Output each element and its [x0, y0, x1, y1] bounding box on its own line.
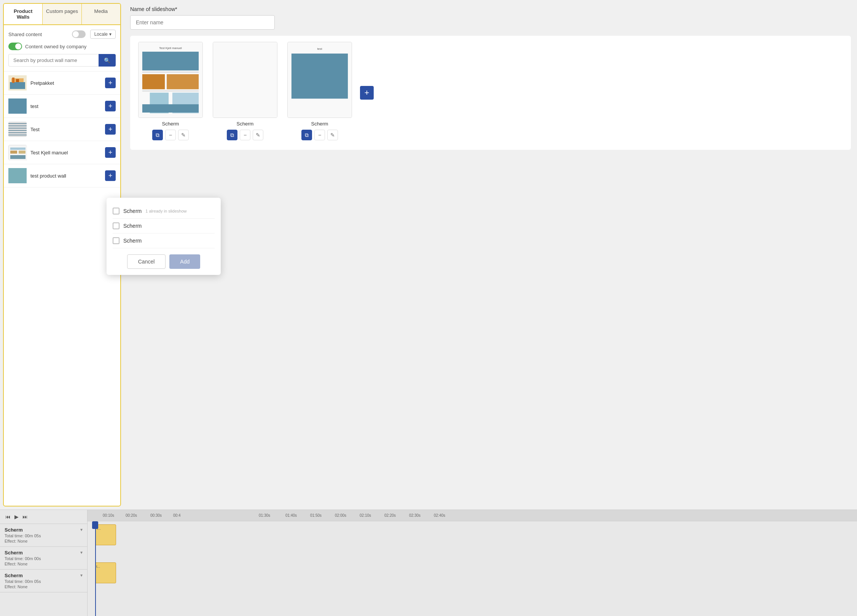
timeline-playhead[interactable] [95, 521, 96, 616]
edit-slide-button[interactable]: ✎ [178, 130, 189, 140]
company-toggle[interactable] [8, 43, 22, 50]
product-name: Pretpakket [30, 80, 101, 86]
list-item: test product wall + [4, 164, 120, 187]
popup-checkbox[interactable] [113, 237, 119, 244]
copy-slide-button[interactable]: ⧉ [301, 130, 312, 140]
shared-content-toggle[interactable] [72, 30, 86, 38]
svg-rect-15 [19, 151, 25, 154]
slide-card: Test Kjell manuel Scherm [136, 42, 205, 140]
track-effect: Effect: None [5, 584, 41, 589]
svg-text:test: test [317, 47, 323, 51]
left-panel: Product Walls Custom pages Media Shared … [3, 3, 121, 506]
search-input[interactable] [8, 54, 99, 67]
ruler-tick: 00:20s [126, 513, 137, 518]
track-total-time: Total time: 00m 05s [5, 533, 41, 538]
svg-rect-4 [16, 79, 19, 82]
slide-actions: ⧉ − ✎ [301, 130, 338, 140]
svg-rect-21 [142, 71, 199, 73]
track-effect: Effect: None [5, 562, 41, 566]
timeline-canvas: T... t... [88, 521, 857, 616]
track-effect: Effect: None [5, 539, 41, 543]
timeline-block[interactable]: t... [95, 562, 116, 583]
popup-item: Scherm 1 already in slideshow [113, 204, 215, 219]
remove-slide-button[interactable]: − [314, 130, 325, 140]
company-row: Content owned by company [8, 43, 116, 50]
next-button[interactable]: ⏭ [22, 513, 29, 521]
add-button[interactable]: Add [169, 254, 200, 269]
add-product-button[interactable]: + [105, 170, 116, 181]
popup-checkbox[interactable] [113, 208, 119, 214]
product-list: Pretpakket + test + [4, 71, 120, 187]
tab-custom-pages[interactable]: Custom pages [43, 4, 81, 24]
product-thumbnail [8, 122, 27, 137]
tab-product-walls[interactable]: Product Walls [4, 4, 43, 24]
list-item: test + [4, 95, 120, 118]
slideshow-name-label: Name of slideshow* [130, 6, 851, 12]
product-name: Test Kjell manuel [30, 150, 101, 156]
add-product-button[interactable]: + [105, 147, 116, 158]
product-thumbnail [8, 168, 27, 183]
slides-area: Test Kjell manuel Scherm [130, 36, 851, 150]
popup-checkbox[interactable] [113, 222, 119, 229]
search-icon: 🔍 [104, 57, 110, 64]
slideshow-name-input[interactable] [130, 15, 275, 30]
prev-button[interactable]: ⏮ [5, 513, 11, 521]
svg-rect-5 [8, 98, 27, 114]
add-slide-button[interactable]: + [360, 86, 374, 100]
add-product-button[interactable]: + [105, 124, 116, 135]
track-info: Scherm Total time: 00m 00s Effect: None [5, 550, 41, 566]
slide2-preview-svg [213, 42, 277, 117]
cancel-button[interactable]: Cancel [127, 254, 166, 269]
ruler-tick: 02:30s [409, 513, 421, 518]
copy-slide-button[interactable]: ⧉ [152, 130, 163, 140]
slide-preview: test [287, 42, 352, 118]
chevron-down-icon: ▾ [80, 573, 83, 578]
slide-card: test Scherm ⧉ − ✎ [285, 42, 354, 140]
add-product-button[interactable]: + [105, 101, 116, 111]
popup-actions: Cancel Add [113, 254, 215, 269]
svg-rect-17 [8, 168, 27, 183]
svg-rect-28 [213, 42, 277, 117]
timeline-block[interactable]: T... [95, 524, 116, 545]
shared-content-row: Shared content Locale ▾ [8, 30, 116, 39]
tab-media[interactable]: Media [82, 4, 120, 24]
slide-label: Scherm [162, 121, 179, 127]
left-panel-content: Shared content Locale ▾ Content owned by… [4, 25, 120, 71]
popup-item-label: Scherm [123, 238, 142, 244]
product-thumbnail [8, 75, 27, 90]
slide-card: Scherm ⧉ − ✎ [211, 42, 279, 140]
locale-button[interactable]: Locale ▾ [90, 30, 116, 39]
play-button[interactable]: ▶ [14, 513, 19, 521]
product-thumbnail [8, 98, 27, 114]
playhead-handle[interactable] [92, 521, 98, 529]
block-label: t... [96, 564, 101, 569]
product-name: Test [30, 127, 101, 132]
svg-rect-6 [8, 123, 27, 124]
popup-item-label: Scherm [123, 208, 142, 214]
chevron-down-icon: ▾ [80, 550, 83, 555]
ruler-tick: 01:50s [310, 513, 322, 518]
copy-slide-button[interactable]: ⧉ [227, 130, 237, 140]
remove-slide-button[interactable]: − [240, 130, 250, 140]
edit-slide-button[interactable]: ✎ [327, 130, 338, 140]
ruler-tick: 00:30s [150, 513, 162, 518]
svg-rect-20 [142, 52, 199, 70]
shared-content-label: Shared content [8, 32, 42, 37]
svg-rect-9 [8, 130, 27, 131]
svg-rect-1 [10, 82, 25, 89]
track-name: Scherm [5, 550, 41, 556]
popup-item-badge: 1 already in slideshow [145, 209, 186, 213]
remove-slide-button[interactable]: − [165, 130, 176, 140]
ruler-tick: 02:20s [384, 513, 396, 518]
product-thumbnail [8, 145, 27, 160]
timeline-controls: ⏮ ▶ ⏭ [0, 510, 87, 524]
timeline-ruler: 00:10s 00:20s 00:30s 00:4 01:30s 01:40s … [88, 510, 857, 521]
svg-rect-24 [142, 90, 199, 92]
add-product-button[interactable]: + [105, 78, 116, 88]
slide-preview: Test Kjell manuel [138, 42, 203, 118]
edit-slide-button[interactable]: ✎ [253, 130, 263, 140]
track-total-time: Total time: 00m 00s [5, 556, 41, 561]
timeline-right: 00:10s 00:20s 00:30s 00:4 01:30s 01:40s … [88, 510, 857, 616]
slideshow-name-section: Name of slideshow* [130, 6, 851, 30]
search-button[interactable]: 🔍 [99, 54, 116, 67]
